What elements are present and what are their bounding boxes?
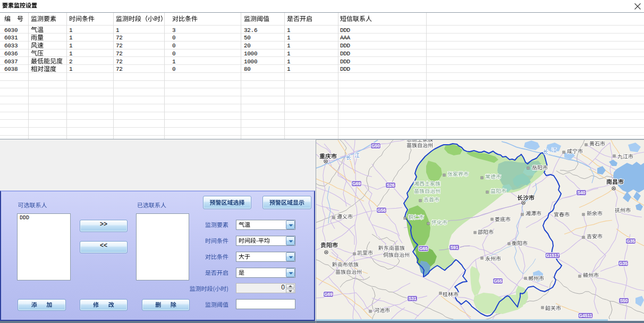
svg-text:G69: G69 (352, 181, 361, 186)
svg-text:G69: G69 (324, 292, 333, 297)
svg-text:S26: S26 (386, 183, 394, 188)
svg-text:S31: S31 (408, 296, 416, 301)
svg-text:S40: S40 (577, 190, 585, 195)
svg-text:S50: S50 (620, 298, 628, 303)
svg-text:G65: G65 (419, 246, 428, 251)
svg-text:S91: S91 (450, 245, 458, 250)
svg-text:G50: G50 (371, 143, 380, 148)
svg-text:G35: G35 (619, 261, 628, 266)
svg-text:G55: G55 (494, 278, 502, 284)
svg-text:G1517: G1517 (546, 253, 560, 258)
svg-text:G35: G35 (626, 238, 635, 244)
svg-text:G56: G56 (377, 208, 386, 213)
svg-text:G4511: G4511 (579, 313, 592, 318)
